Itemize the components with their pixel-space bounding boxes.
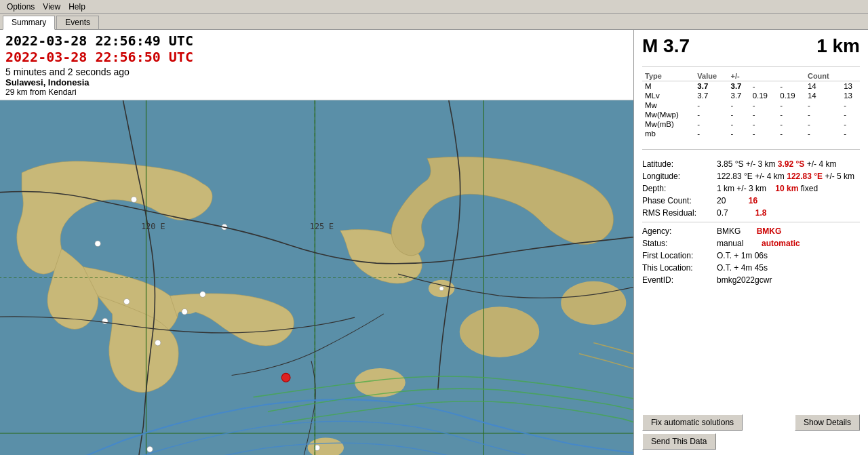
- event-id-label: EventID:: [642, 275, 717, 285]
- table-cell: -: [841, 100, 860, 110]
- agency-val2: BMKG: [757, 226, 782, 236]
- fix-solutions-button[interactable]: Fix automatic solutions: [642, 414, 743, 431]
- magnitude-header: M 3.7 1 km: [642, 35, 860, 57]
- event-location: Sulawesi, Indonesia: [5, 77, 628, 87]
- svg-point-11: [102, 318, 108, 324]
- depth-val2: 10 km: [775, 184, 798, 193]
- table-cell: -: [694, 100, 728, 110]
- main-content: 2022-03-28 22:56:49 UTC 2022-03-28 22:56…: [0, 30, 868, 455]
- rms-val: 0.7: [717, 208, 728, 218]
- longitude-pm2: +/- 5 km: [825, 172, 854, 181]
- divider-2: [642, 149, 860, 150]
- table-cell: 13: [841, 91, 860, 100]
- depth-val: 1 km +/- 3 km: [717, 184, 766, 193]
- menu-options[interactable]: Options: [3, 1, 39, 12]
- phase-row: Phase Count: 20 16: [642, 196, 860, 205]
- svg-point-8: [200, 292, 206, 298]
- left-panel: 2022-03-28 22:56:49 UTC 2022-03-28 22:56…: [0, 30, 634, 455]
- svg-text:120 E: 120 E: [141, 222, 165, 231]
- this-loc-val: O.T. + 4m 45s: [717, 263, 768, 273]
- phase-val: 20: [717, 196, 726, 205]
- rms-label: RMS Residual:: [642, 208, 717, 218]
- phase-label: Phase Count:: [642, 196, 717, 205]
- event-ago: 5 minutes and 2 seconds ago: [5, 66, 628, 77]
- table-cell: -: [805, 129, 841, 138]
- col-empty2: [777, 71, 805, 81]
- buttons-area: Fix automatic solutions Show Details Sen…: [642, 406, 860, 450]
- table-cell: -: [750, 119, 778, 129]
- btn-row-2: Send This Data: [642, 433, 860, 450]
- longitude-label: Longitude:: [642, 172, 717, 181]
- table-cell: 14: [805, 81, 841, 92]
- event-time-local: 2022-03-28 22:56:50 UTC: [5, 49, 628, 65]
- latitude-label: Latitude:: [642, 159, 717, 169]
- tab-bar: Summary Events: [0, 14, 868, 30]
- table-cell: -: [805, 100, 841, 110]
- table-cell: MLv: [642, 91, 694, 100]
- this-loc-label: This Location:: [642, 263, 717, 273]
- tab-summary[interactable]: Summary: [3, 16, 55, 30]
- table-cell: -: [694, 129, 728, 138]
- table-cell: -: [805, 110, 841, 119]
- svg-point-5: [561, 281, 626, 325]
- event-time-utc: 2022-03-28 22:56:49 UTC: [5, 33, 628, 49]
- magnitude-table: Type Value +/- Count M3.73.7--1413MLv3.7…: [642, 71, 860, 138]
- table-cell: 3.7: [728, 91, 750, 100]
- first-loc-val: O.T. + 1m 06s: [717, 251, 768, 260]
- btn-row-1: Fix automatic solutions Show Details: [642, 414, 860, 431]
- svg-point-14: [439, 286, 443, 290]
- table-cell: 3.7: [694, 81, 728, 92]
- event-distance: 29 km from Kendari: [5, 87, 628, 97]
- magnitude-value: M 3.7: [642, 35, 690, 57]
- latitude-row: Latitude: 3.85 °S +/- 3 km 3.92 °S +/- 4…: [642, 159, 860, 169]
- table-cell: -: [728, 110, 750, 119]
- depth-value: 1 km: [816, 35, 860, 57]
- svg-point-4: [460, 306, 539, 357]
- show-details-button[interactable]: Show Details: [795, 414, 860, 431]
- status-val: manual: [717, 239, 743, 248]
- send-data-button[interactable]: Send This Data: [642, 433, 716, 450]
- table-cell: -: [694, 119, 728, 129]
- menu-bar: Options View Help: [0, 0, 868, 14]
- table-cell: -: [777, 100, 805, 110]
- rms-row: RMS Residual: 0.7 1.8: [642, 208, 860, 218]
- table-cell: 0.19: [750, 91, 778, 100]
- table-cell: Mw(Mwp): [642, 110, 694, 119]
- table-cell: -: [728, 119, 750, 129]
- table-cell: Mw: [642, 100, 694, 110]
- status-label: Status:: [642, 239, 717, 248]
- table-cell: -: [777, 119, 805, 129]
- col-pm: +/-: [728, 71, 750, 81]
- table-cell: Mw(mB): [642, 119, 694, 129]
- agency-val: BMKG: [717, 226, 741, 236]
- first-loc-row: First Location: O.T. + 1m 06s: [642, 251, 860, 260]
- col-empty3: [841, 71, 860, 81]
- menu-help[interactable]: Help: [64, 1, 90, 12]
- col-value: Value: [694, 71, 728, 81]
- svg-point-15: [95, 241, 101, 247]
- depth-label: Depth:: [642, 184, 717, 193]
- divider-3: [642, 222, 860, 222]
- depth-row: Depth: 1 km +/- 3 km 10 km fixed: [642, 184, 860, 193]
- phase-val2: 16: [749, 196, 757, 205]
- status-row: Status: manual automatic: [642, 239, 860, 248]
- longitude-val: 122.83 °E +/- 4 km: [717, 172, 785, 181]
- svg-point-12: [147, 446, 153, 452]
- latitude-val2: 3.92 °S: [778, 159, 805, 169]
- details-section: Latitude: 3.85 °S +/- 3 km 3.92 °S +/- 4…: [642, 159, 860, 288]
- svg-point-3: [355, 368, 406, 397]
- agency-label: Agency:: [642, 226, 717, 236]
- col-count: Count: [805, 71, 841, 81]
- menu-view[interactable]: View: [39, 1, 64, 12]
- col-empty1: [750, 71, 778, 81]
- svg-point-9: [155, 340, 161, 346]
- event-id-row: EventID: bmkg2022gcwr: [642, 275, 860, 285]
- table-cell: M: [642, 81, 694, 92]
- table-cell: -: [750, 110, 778, 119]
- longitude-row: Longitude: 122.83 °E +/- 4 km 122.83 °E …: [642, 172, 860, 181]
- map-container[interactable]: 120 E 125 E 5 S 13: [0, 100, 633, 455]
- table-cell: -: [750, 129, 778, 138]
- tab-events[interactable]: Events: [56, 16, 99, 29]
- latitude-val: 3.85 °S +/- 3 km: [717, 159, 776, 169]
- divider-1: [642, 66, 860, 67]
